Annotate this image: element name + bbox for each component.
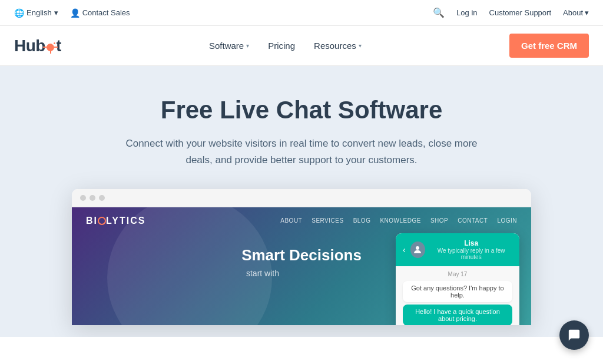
- chat-avatar: [410, 241, 426, 258]
- demo-nav-services: SERVICES: [312, 217, 343, 224]
- demo-nav-knowledge: KNOWLEDGE: [380, 217, 421, 224]
- chat-message-1: Got any questions? I'm happy to help.: [403, 281, 512, 302]
- main-nav: Hub t Software ▾ Pricing Resources ▾ Get…: [0, 26, 603, 66]
- svg-point-0: [416, 246, 419, 250]
- chat-agent-status: We typically reply in a few minutes: [430, 247, 512, 260]
- demo-hero-sub: start with: [86, 267, 439, 280]
- resources-nav-link[interactable]: Resources ▾: [314, 41, 362, 51]
- chat-back-icon[interactable]: ‹: [403, 245, 406, 254]
- demo-nav-login: LOGIN: [497, 217, 517, 224]
- chat-body: May 17 Got any questions? I'm happy to h…: [396, 266, 519, 325]
- browser-dot-2: [90, 195, 95, 201]
- demo-nav-about: ABOUT: [280, 217, 302, 224]
- hero-section: Free Live Chat Software Connect with you…: [0, 66, 603, 337]
- browser-content: BILYTICS ABOUT SERVICES BLOG KNOWLEDGE S…: [72, 207, 531, 325]
- chat-header: ‹ Lisa We typically reply in a few minut…: [396, 233, 519, 266]
- demo-logo: BILYTICS: [86, 216, 145, 226]
- chat-date: May 17: [403, 271, 512, 277]
- contact-sales-link[interactable]: 👤 Contact Sales: [70, 8, 130, 18]
- chat-agent-name: Lisa: [430, 239, 512, 247]
- demo-logo-o: [98, 217, 106, 225]
- language-label: English: [26, 8, 52, 17]
- software-nav-link[interactable]: Software ▾: [209, 41, 249, 51]
- globe-icon: 🌐: [14, 8, 24, 18]
- resources-chevron: ▾: [359, 42, 362, 49]
- nav-links: Software ▾ Pricing Resources ▾: [209, 41, 362, 51]
- get-crm-button[interactable]: Get free CRM: [509, 34, 589, 58]
- language-selector[interactable]: 🌐 English ▾: [14, 8, 58, 18]
- top-bar-left: 🌐 English ▾ 👤 Contact Sales: [14, 8, 130, 18]
- pricing-nav-link[interactable]: Pricing: [268, 41, 295, 51]
- browser-mockup: BILYTICS ABOUT SERVICES BLOG KNOWLEDGE S…: [72, 189, 531, 325]
- language-chevron: ▾: [54, 8, 58, 17]
- customer-support-link[interactable]: Customer Support: [489, 8, 552, 17]
- browser-dot-3: [99, 195, 105, 201]
- demo-site-nav: BILYTICS ABOUT SERVICES BLOG KNOWLEDGE S…: [72, 207, 531, 234]
- browser-bar: [72, 189, 531, 207]
- demo-nav-links: ABOUT SERVICES BLOG KNOWLEDGE SHOP CONTA…: [280, 217, 517, 224]
- about-chevron: ▾: [585, 8, 589, 17]
- hero-title: Free Live Chat Software: [161, 95, 442, 125]
- browser-dot-1: [80, 195, 86, 201]
- chat-message-2: Hello! I have a quick question about pri…: [403, 305, 512, 325]
- hero-subtitle: Connect with your website visitors in re…: [125, 135, 478, 167]
- top-bar-right: 🔍 Log in Customer Support About ▾: [433, 7, 589, 18]
- about-link[interactable]: About ▾: [563, 8, 589, 17]
- software-chevron: ▾: [246, 42, 249, 49]
- chat-name-block: Lisa We typically reply in a few minutes: [430, 239, 512, 260]
- person-icon: 👤: [70, 8, 80, 18]
- logo-text: Hub t: [14, 37, 61, 55]
- top-bar: 🌐 English ▾ 👤 Contact Sales 🔍 Log in Cus…: [0, 0, 603, 26]
- login-link[interactable]: Log in: [456, 8, 477, 17]
- demo-nav-contact: CONTACT: [458, 217, 488, 224]
- search-icon[interactable]: 🔍: [433, 7, 445, 18]
- demo-nav-blog: BLOG: [353, 217, 371, 224]
- chat-bubble-icon: [568, 329, 581, 337]
- hubspot-logo[interactable]: Hub t: [14, 37, 61, 55]
- chat-widget[interactable]: ‹ Lisa We typically reply in a few minut…: [396, 233, 519, 325]
- demo-nav-shop: SHOP: [430, 217, 448, 224]
